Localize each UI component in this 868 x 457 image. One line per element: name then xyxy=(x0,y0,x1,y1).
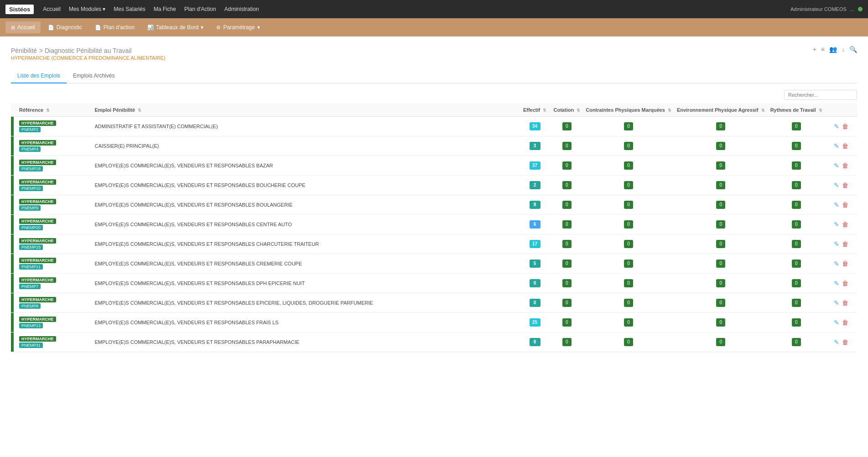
delete-button[interactable]: 🗑 xyxy=(842,201,848,208)
edit-button[interactable]: ✎ xyxy=(834,162,839,169)
delete-button[interactable]: 🗑 xyxy=(842,299,848,306)
sort-effectif-icon[interactable]: ⇅ xyxy=(543,108,546,113)
badge-pnemp: PNEMP7 xyxy=(19,284,41,289)
edit-button[interactable]: ✎ xyxy=(834,280,839,287)
cell-effectif: 8 xyxy=(519,195,551,215)
effectif-badge: 8 xyxy=(530,338,541,346)
delete-button[interactable]: 🗑 xyxy=(842,240,848,248)
cell-contraintes: 0 xyxy=(583,293,674,313)
badge-hypermarche: HYPERMARCHE xyxy=(19,258,56,263)
tab-emplois-archives[interactable]: Emplois Archivés xyxy=(67,69,121,83)
edit-button[interactable]: ✎ xyxy=(834,299,839,306)
cell-rythmes: 0 xyxy=(768,313,825,332)
badge-hypermarche: HYPERMARCHE xyxy=(19,317,56,322)
cell-reference: HYPERMARCHE PNEMP10 xyxy=(16,176,92,195)
cell-reference: HYPERMARCHE PNEMP8 xyxy=(16,293,92,313)
cell-environnement: 0 xyxy=(674,195,768,215)
delete-button[interactable]: 🗑 xyxy=(842,182,848,189)
table-row: HYPERMARCHE PNEMP11 EMPLOYE(E)S COMMERCI… xyxy=(11,254,857,274)
cotation-badge: 0 xyxy=(562,260,572,268)
nav-mes-salaries[interactable]: Mes Salariés xyxy=(114,6,145,12)
user-name: Administrateur COMEOS xyxy=(790,6,847,12)
cell-effectif: 3 xyxy=(519,136,551,156)
environnement-badge: 0 xyxy=(716,240,725,248)
cell-actions: ✎ 🗑 xyxy=(825,176,857,195)
subnav-plan-action[interactable]: 📄 Plan d'action xyxy=(89,21,140,33)
nav-mes-modules[interactable]: Mes Modules ▾ xyxy=(69,6,105,12)
download-icon[interactable]: ↓ xyxy=(842,46,845,53)
effectif-badge: 5 xyxy=(530,260,541,268)
edit-button[interactable]: ✎ xyxy=(834,123,839,130)
delete-button[interactable]: 🗑 xyxy=(842,338,848,346)
sort-environnement-icon[interactable]: ⇅ xyxy=(761,108,765,113)
environnement-badge: 0 xyxy=(716,338,725,346)
search-toolbar-icon[interactable]: 🔍 xyxy=(849,46,857,53)
edit-button[interactable]: ✎ xyxy=(834,338,839,346)
cell-contraintes: 0 xyxy=(583,234,674,254)
cotation-badge: 0 xyxy=(562,181,572,189)
cell-contraintes: 0 xyxy=(583,215,674,234)
col-rythmes: Rythmes de Travail xyxy=(770,107,816,113)
contraintes-badge: 0 xyxy=(624,338,633,346)
edit-button[interactable]: ✎ xyxy=(834,221,839,228)
table-row: HYPERMARCHE PNEMP4 CAISSIER(E) PRINCIPAL… xyxy=(11,136,857,156)
subnav-tableaux-bord[interactable]: 📊 Tableaux de Bord ▾ xyxy=(142,21,209,33)
environnement-badge: 0 xyxy=(716,299,725,307)
subnav-accueil[interactable]: ⊞ Accueil xyxy=(5,21,41,33)
delete-button[interactable]: 🗑 xyxy=(842,142,848,150)
delete-button[interactable]: 🗑 xyxy=(842,260,848,267)
sort-cotation-icon[interactable]: ⇅ xyxy=(577,108,580,113)
rythmes-badge: 0 xyxy=(792,279,801,287)
table-row: HYPERMARCHE PNEMP18 EMPLOYE(E)S COMMERCI… xyxy=(11,156,857,176)
list-icon[interactable]: ≡ xyxy=(821,46,825,53)
cell-rythmes: 0 xyxy=(768,254,825,274)
delete-button[interactable]: 🗑 xyxy=(842,280,848,287)
nav-plan-action[interactable]: Plan d'Action xyxy=(184,6,216,12)
home-icon: ⊞ xyxy=(11,25,15,31)
edit-button[interactable]: ✎ xyxy=(834,142,839,150)
table-row: HYPERMARCHE PNEMP9 EMPLOYE(E)S COMMERCIA… xyxy=(11,195,857,215)
user-info: Administrateur COMEOS ... xyxy=(790,6,863,12)
effectif-badge: 8 xyxy=(530,201,541,209)
nav-accueil[interactable]: Accueil xyxy=(43,6,61,12)
table-row: HYPERMARCHE PNEMP31 EMPLOYE(E)S COMMERCI… xyxy=(11,332,857,352)
contraintes-badge: 0 xyxy=(624,220,633,228)
col-cotation: Cotation xyxy=(554,107,574,113)
delete-button[interactable]: 🗑 xyxy=(842,221,848,228)
cell-actions: ✎ 🗑 xyxy=(825,274,857,293)
app-logo: Sistéos xyxy=(5,5,34,14)
cell-emploi: EMPLOYE(E)S COMMERCIAL(E)S, VENDEURS ET … xyxy=(92,215,519,234)
delete-button[interactable]: 🗑 xyxy=(842,123,848,130)
settings-icon[interactable]: ... xyxy=(850,6,854,12)
nav-ma-fiche[interactable]: Ma Fiche xyxy=(154,6,176,12)
edit-button[interactable]: ✎ xyxy=(834,260,839,267)
subnav-parametrage[interactable]: ⚙ Paramétrage ▾ xyxy=(211,21,265,33)
cell-contraintes: 0 xyxy=(583,332,674,352)
cell-contraintes: 0 xyxy=(583,195,674,215)
add-icon[interactable]: + xyxy=(813,46,816,53)
cell-environnement: 0 xyxy=(674,176,768,195)
edit-button[interactable]: ✎ xyxy=(834,240,839,248)
delete-button[interactable]: 🗑 xyxy=(842,162,848,169)
edit-button[interactable]: ✎ xyxy=(834,182,839,189)
badge-pnemp: PNEMP2 xyxy=(19,127,41,132)
sort-contraintes-icon[interactable]: ⇅ xyxy=(668,108,671,113)
sort-reference-icon[interactable]: ⇅ xyxy=(46,108,50,113)
rythmes-badge: 0 xyxy=(792,220,801,228)
users-icon[interactable]: 👥 xyxy=(829,46,837,53)
cell-rythmes: 0 xyxy=(768,117,825,136)
subnav-diagnostic[interactable]: 📄 Diagnostic xyxy=(42,21,88,33)
edit-button[interactable]: ✎ xyxy=(834,319,839,326)
sort-emploi-icon[interactable]: ⇅ xyxy=(138,108,141,113)
chevron-down-icon-param: ▾ xyxy=(257,24,260,31)
nav-administration[interactable]: Administration xyxy=(224,6,259,12)
edit-button[interactable]: ✎ xyxy=(834,201,839,208)
row-indicator xyxy=(11,293,14,312)
tab-liste-emplois[interactable]: Liste des Emplois xyxy=(11,69,67,83)
search-input[interactable] xyxy=(784,90,857,100)
environnement-badge: 0 xyxy=(716,161,725,170)
cell-environnement: 0 xyxy=(674,117,768,136)
cell-emploi: EMPLOYE(E)S COMMERCIAL(E)S, VENDEURS ET … xyxy=(92,176,519,195)
delete-button[interactable]: 🗑 xyxy=(842,319,848,326)
sort-rythmes-icon[interactable]: ⇅ xyxy=(819,108,822,113)
